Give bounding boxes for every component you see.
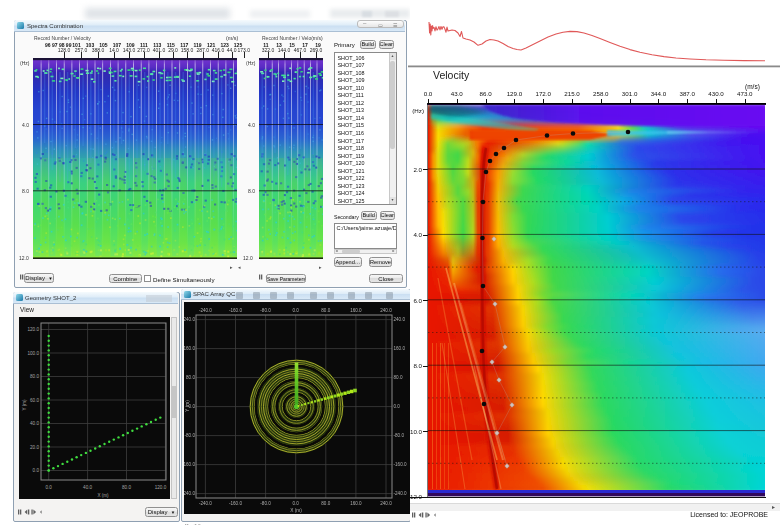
svg-text:40.0: 40.0 [30, 421, 39, 426]
svg-text:-80.0: -80.0 [260, 501, 271, 506]
svg-text:80.0: 80.0 [394, 375, 403, 380]
svg-text:160.0: 160.0 [394, 346, 406, 351]
svg-text:-240.0: -240.0 [199, 501, 212, 506]
svg-text:-160.0: -160.0 [184, 462, 195, 467]
svg-text:0.0: 0.0 [46, 485, 53, 490]
svg-text:80.0: 80.0 [122, 485, 131, 490]
svg-text:80.0: 80.0 [321, 501, 330, 506]
svg-text:0.0: 0.0 [394, 404, 401, 409]
svg-text:-160.0: -160.0 [229, 308, 242, 313]
svg-text:160.0: 160.0 [184, 346, 195, 351]
svg-text:100.0: 100.0 [28, 351, 40, 356]
svg-text:20.0: 20.0 [30, 445, 39, 450]
svg-text:-240.0: -240.0 [184, 491, 195, 496]
svg-text:-160.0: -160.0 [394, 462, 407, 467]
svg-text:80.0: 80.0 [321, 308, 330, 313]
svg-text:-160.0: -160.0 [229, 501, 242, 506]
svg-text:240.0: 240.0 [380, 501, 392, 506]
svg-text:-240.0: -240.0 [199, 308, 212, 313]
svg-text:160.0: 160.0 [350, 501, 362, 506]
svg-text:Y (m): Y (m) [22, 399, 27, 411]
svg-text:160.0: 160.0 [350, 308, 362, 313]
svg-text:X (m): X (m) [290, 508, 302, 513]
svg-text:240.0: 240.0 [380, 308, 392, 313]
svg-text:0.0: 0.0 [293, 501, 300, 506]
svg-text:0.0: 0.0 [189, 404, 196, 409]
svg-text:240.0: 240.0 [394, 317, 406, 322]
svg-text:240.0: 240.0 [184, 317, 195, 322]
svg-text:-80.0: -80.0 [185, 433, 196, 438]
svg-text:60.0: 60.0 [30, 398, 39, 403]
svg-text:120.0: 120.0 [28, 327, 40, 332]
svg-text:X (m): X (m) [97, 493, 109, 498]
svg-text:80.0: 80.0 [186, 375, 195, 380]
svg-text:0.0: 0.0 [293, 308, 300, 313]
svg-text:Y (m): Y (m) [185, 400, 190, 412]
svg-text:120.0: 120.0 [155, 485, 167, 490]
svg-text:40.0: 40.0 [83, 485, 92, 490]
svg-text:80.0: 80.0 [30, 374, 39, 379]
svg-text:-80.0: -80.0 [260, 308, 271, 313]
svg-text:0.0: 0.0 [33, 468, 40, 473]
